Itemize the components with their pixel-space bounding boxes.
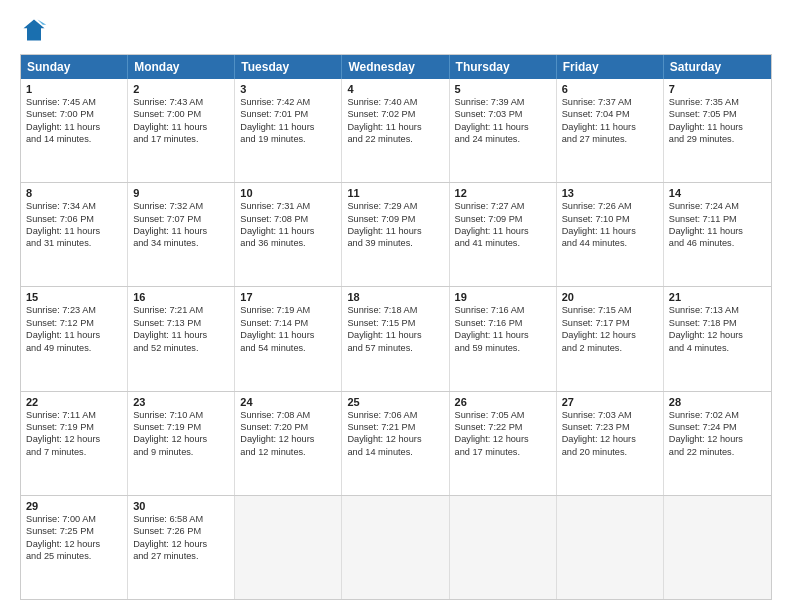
day-number: 16 xyxy=(133,291,229,303)
day-number: 27 xyxy=(562,396,658,408)
day-number: 22 xyxy=(26,396,122,408)
cell-text-line: Sunrise: 7:13 AM xyxy=(669,304,766,316)
calendar-row-3: 15Sunrise: 7:23 AMSunset: 7:12 PMDayligh… xyxy=(21,286,771,390)
day-cell-4: 4Sunrise: 7:40 AMSunset: 7:02 PMDaylight… xyxy=(342,79,449,182)
day-cell-18: 18Sunrise: 7:18 AMSunset: 7:15 PMDayligh… xyxy=(342,287,449,390)
day-number: 9 xyxy=(133,187,229,199)
empty-cell xyxy=(557,496,664,599)
cell-text-line: and 59 minutes. xyxy=(455,342,551,354)
cell-text-line: and 49 minutes. xyxy=(26,342,122,354)
cell-text-line: Sunrise: 7:06 AM xyxy=(347,409,443,421)
cell-text-line: Sunset: 7:00 PM xyxy=(26,108,122,120)
cell-text-line: Sunrise: 7:15 AM xyxy=(562,304,658,316)
logo xyxy=(20,16,52,44)
calendar-header: SundayMondayTuesdayWednesdayThursdayFrid… xyxy=(21,55,771,79)
cell-text-line: Daylight: 11 hours xyxy=(240,121,336,133)
calendar-body: 1Sunrise: 7:45 AMSunset: 7:00 PMDaylight… xyxy=(21,79,771,599)
cell-text-line: and 31 minutes. xyxy=(26,237,122,249)
day-number: 21 xyxy=(669,291,766,303)
cell-text-line: and 22 minutes. xyxy=(669,446,766,458)
day-cell-23: 23Sunrise: 7:10 AMSunset: 7:19 PMDayligh… xyxy=(128,392,235,495)
day-number: 12 xyxy=(455,187,551,199)
cell-text-line: Daylight: 11 hours xyxy=(26,225,122,237)
cell-text-line: Sunrise: 7:05 AM xyxy=(455,409,551,421)
cell-text-line: Sunset: 7:03 PM xyxy=(455,108,551,120)
day-cell-9: 9Sunrise: 7:32 AMSunset: 7:07 PMDaylight… xyxy=(128,183,235,286)
cell-text-line: and 27 minutes. xyxy=(133,550,229,562)
day-number: 13 xyxy=(562,187,658,199)
cell-text-line: Sunrise: 7:39 AM xyxy=(455,96,551,108)
cell-text-line: and 52 minutes. xyxy=(133,342,229,354)
day-number: 24 xyxy=(240,396,336,408)
day-cell-8: 8Sunrise: 7:34 AMSunset: 7:06 PMDaylight… xyxy=(21,183,128,286)
day-number: 28 xyxy=(669,396,766,408)
day-number: 19 xyxy=(455,291,551,303)
day-cell-5: 5Sunrise: 7:39 AMSunset: 7:03 PMDaylight… xyxy=(450,79,557,182)
cell-text-line: Sunrise: 7:42 AM xyxy=(240,96,336,108)
cell-text-line: Sunrise: 7:45 AM xyxy=(26,96,122,108)
cell-text-line: Daylight: 11 hours xyxy=(240,329,336,341)
cell-text-line: Sunset: 7:05 PM xyxy=(669,108,766,120)
cell-text-line: Daylight: 11 hours xyxy=(669,121,766,133)
day-number: 20 xyxy=(562,291,658,303)
day-cell-10: 10Sunrise: 7:31 AMSunset: 7:08 PMDayligh… xyxy=(235,183,342,286)
day-number: 8 xyxy=(26,187,122,199)
day-cell-3: 3Sunrise: 7:42 AMSunset: 7:01 PMDaylight… xyxy=(235,79,342,182)
cell-text-line: Sunset: 7:22 PM xyxy=(455,421,551,433)
day-number: 6 xyxy=(562,83,658,95)
cell-text-line: Sunset: 7:19 PM xyxy=(133,421,229,433)
cell-text-line: Sunrise: 7:31 AM xyxy=(240,200,336,212)
cell-text-line: and 22 minutes. xyxy=(347,133,443,145)
cell-text-line: and 46 minutes. xyxy=(669,237,766,249)
day-cell-11: 11Sunrise: 7:29 AMSunset: 7:09 PMDayligh… xyxy=(342,183,449,286)
day-cell-29: 29Sunrise: 7:00 AMSunset: 7:25 PMDayligh… xyxy=(21,496,128,599)
calendar: SundayMondayTuesdayWednesdayThursdayFrid… xyxy=(20,54,772,600)
day-cell-1: 1Sunrise: 7:45 AMSunset: 7:00 PMDaylight… xyxy=(21,79,128,182)
cell-text-line: Daylight: 12 hours xyxy=(455,433,551,445)
day-cell-30: 30Sunrise: 6:58 AMSunset: 7:26 PMDayligh… xyxy=(128,496,235,599)
day-cell-28: 28Sunrise: 7:02 AMSunset: 7:24 PMDayligh… xyxy=(664,392,771,495)
empty-cell xyxy=(235,496,342,599)
day-cell-25: 25Sunrise: 7:06 AMSunset: 7:21 PMDayligh… xyxy=(342,392,449,495)
calendar-row-1: 1Sunrise: 7:45 AMSunset: 7:00 PMDaylight… xyxy=(21,79,771,182)
cell-text-line: Daylight: 12 hours xyxy=(133,433,229,445)
cell-text-line: and 14 minutes. xyxy=(347,446,443,458)
header xyxy=(20,16,772,44)
header-day-tuesday: Tuesday xyxy=(235,55,342,79)
cell-text-line: Sunrise: 7:19 AM xyxy=(240,304,336,316)
day-number: 18 xyxy=(347,291,443,303)
cell-text-line: Daylight: 12 hours xyxy=(562,433,658,445)
cell-text-line: Sunset: 7:04 PM xyxy=(562,108,658,120)
cell-text-line: Sunset: 7:07 PM xyxy=(133,213,229,225)
cell-text-line: Sunset: 7:08 PM xyxy=(240,213,336,225)
cell-text-line: and 34 minutes. xyxy=(133,237,229,249)
cell-text-line: Daylight: 12 hours xyxy=(133,538,229,550)
cell-text-line: Daylight: 11 hours xyxy=(455,329,551,341)
header-day-saturday: Saturday xyxy=(664,55,771,79)
cell-text-line: Sunrise: 7:26 AM xyxy=(562,200,658,212)
cell-text-line: Sunset: 7:18 PM xyxy=(669,317,766,329)
day-number: 15 xyxy=(26,291,122,303)
day-number: 30 xyxy=(133,500,229,512)
cell-text-line: Sunrise: 7:18 AM xyxy=(347,304,443,316)
cell-text-line: Sunset: 7:06 PM xyxy=(26,213,122,225)
empty-cell xyxy=(664,496,771,599)
cell-text-line: Sunrise: 7:23 AM xyxy=(26,304,122,316)
day-cell-14: 14Sunrise: 7:24 AMSunset: 7:11 PMDayligh… xyxy=(664,183,771,286)
cell-text-line: Sunset: 7:12 PM xyxy=(26,317,122,329)
day-number: 25 xyxy=(347,396,443,408)
cell-text-line: Daylight: 12 hours xyxy=(669,433,766,445)
cell-text-line: Daylight: 11 hours xyxy=(669,225,766,237)
header-day-monday: Monday xyxy=(128,55,235,79)
cell-text-line: Sunrise: 7:08 AM xyxy=(240,409,336,421)
cell-text-line: and 19 minutes. xyxy=(240,133,336,145)
calendar-row-5: 29Sunrise: 7:00 AMSunset: 7:25 PMDayligh… xyxy=(21,495,771,599)
header-day-wednesday: Wednesday xyxy=(342,55,449,79)
cell-text-line: and 20 minutes. xyxy=(562,446,658,458)
day-cell-27: 27Sunrise: 7:03 AMSunset: 7:23 PMDayligh… xyxy=(557,392,664,495)
cell-text-line: Daylight: 11 hours xyxy=(26,329,122,341)
cell-text-line: Daylight: 11 hours xyxy=(347,329,443,341)
cell-text-line: and 12 minutes. xyxy=(240,446,336,458)
day-number: 10 xyxy=(240,187,336,199)
cell-text-line: Sunset: 7:13 PM xyxy=(133,317,229,329)
